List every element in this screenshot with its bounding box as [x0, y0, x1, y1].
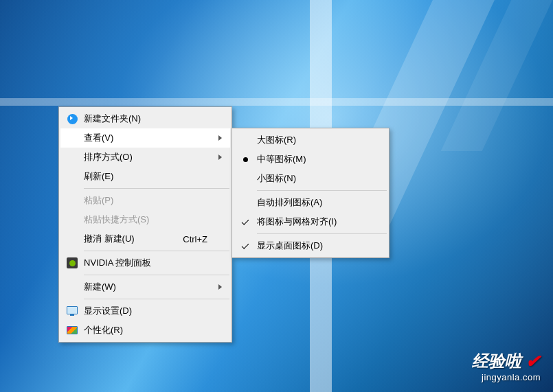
menu-item-new-folder[interactable]: 新建文件夹(N) [60, 109, 230, 128]
radio-selected-icon [239, 153, 251, 165]
checkmark-icon: ✔ [526, 351, 541, 372]
menu-label: 撤消 新建(U) [84, 233, 169, 245]
menu-item-undo[interactable]: 撤消 新建(U) Ctrl+Z [60, 229, 230, 249]
menu-label: 粘贴(P) [84, 194, 207, 207]
check-icon [239, 216, 251, 228]
submenu-arrow-icon [218, 154, 222, 160]
menu-label: NVIDIA 控制面板 [84, 257, 207, 269]
menu-item-auto-arrange[interactable]: 自动排列图标(A) [234, 193, 387, 212]
menu-item-paste-shortcut: 粘贴快捷方式(S) [60, 210, 230, 229]
menu-separator [257, 190, 387, 191]
menu-separator [84, 188, 229, 189]
menu-item-new[interactable]: 新建(W) [60, 277, 230, 297]
new-folder-icon [66, 113, 78, 125]
menu-label: 显示桌面图标(D) [257, 240, 365, 252]
menu-label: 排序方式(O) [84, 151, 207, 163]
menu-item-large-icons[interactable]: 大图标(R) [234, 130, 387, 150]
menu-label: 小图标(N) [257, 172, 365, 185]
menu-separator [84, 275, 229, 275]
menu-item-sort[interactable]: 排序方式(O) [60, 148, 230, 167]
menu-item-paste: 粘贴(P) [60, 191, 230, 210]
menu-label: 新建文件夹(N) [84, 113, 207, 125]
menu-label: 刷新(E) [84, 170, 207, 183]
watermark-url: jingyanla.com [472, 372, 541, 382]
menu-separator [84, 251, 229, 251]
menu-item-nvidia[interactable]: NVIDIA 控制面板 [60, 253, 230, 273]
menu-item-display-settings[interactable]: 显示设置(D) [60, 301, 230, 321]
watermark-title: 经验啦 [472, 350, 521, 372]
menu-item-refresh[interactable]: 刷新(E) [60, 167, 230, 186]
menu-label: 将图标与网格对齐(I) [257, 216, 365, 228]
menu-label: 新建(W) [84, 281, 207, 293]
check-icon [239, 240, 251, 252]
menu-item-personalize[interactable]: 个性化(R) [60, 321, 230, 340]
menu-item-align-grid[interactable]: 将图标与网格对齐(I) [234, 212, 387, 231]
menu-label: 粘贴快捷方式(S) [84, 214, 207, 226]
menu-label: 显示设置(D) [84, 305, 207, 317]
menu-label: 大图标(R) [257, 134, 365, 146]
menu-item-show-desktop-icons[interactable]: 显示桌面图标(D) [234, 236, 387, 255]
desktop-context-menu: 新建文件夹(N) 查看(V) 排序方式(O) 刷新(E) 粘贴(P) 粘贴快捷方… [58, 106, 232, 343]
display-icon [66, 305, 78, 317]
menu-label: 自动排列图标(A) [257, 196, 365, 209]
menu-separator [84, 299, 229, 299]
menu-separator [257, 233, 387, 234]
personalize-icon [66, 324, 78, 336]
submenu-arrow-icon [218, 284, 222, 290]
menu-label: 查看(V) [84, 132, 207, 144]
menu-item-medium-icons[interactable]: 中等图标(M) [234, 150, 387, 169]
watermark: 经验啦 ✔ jingyanla.com [472, 350, 541, 382]
nvidia-icon [66, 257, 78, 269]
menu-shortcut: Ctrl+Z [183, 234, 207, 244]
menu-item-view[interactable]: 查看(V) [60, 128, 230, 148]
menu-label: 中等图标(M) [257, 153, 365, 165]
menu-item-small-icons[interactable]: 小图标(N) [234, 169, 387, 188]
menu-label: 个性化(R) [84, 324, 207, 336]
view-submenu: 大图标(R) 中等图标(M) 小图标(N) 自动排列图标(A) 将图标与网格对齐… [232, 128, 390, 258]
submenu-arrow-icon [218, 135, 222, 141]
